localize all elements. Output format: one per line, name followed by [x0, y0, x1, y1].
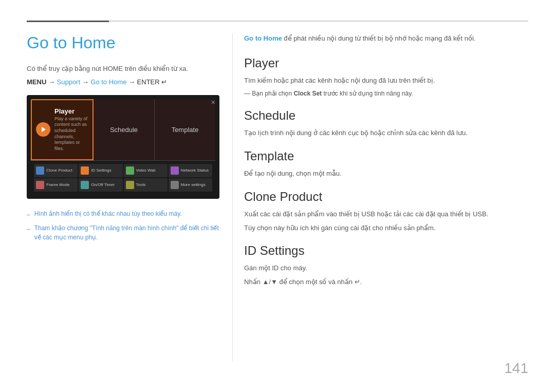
tv-grid-on-off-timer[interactable]: On/Off Timer — [79, 178, 122, 192]
note-dash-symbol: – — [27, 210, 30, 219]
tv-tab-template[interactable]: Template — [155, 99, 215, 160]
more-settings-icon — [171, 181, 179, 189]
note-1: – Hình ảnh hiển thị có thể khác nhau tùy… — [27, 209, 227, 219]
player-note: Bạn phải chọn Clock Set trước khi sử dụn… — [244, 89, 528, 98]
tv-grid-tools[interactable]: Tools — [124, 178, 168, 192]
player-body: Tìm kiếm hoặc phát các kênh hoặc nội dun… — [244, 76, 528, 86]
frame-mode-label: Frame Mode — [46, 182, 69, 188]
section-template: Template Để tạo nội dung, chọn một mẫu. — [244, 149, 528, 179]
clone-product-icon — [36, 166, 44, 175]
right-intro-text: để phát nhiều nội dung từ thiết bị bộ nh… — [284, 34, 475, 42]
tv-grid-clone-product[interactable]: Clone Product — [34, 164, 78, 177]
more-settings-label: More settings — [181, 182, 206, 188]
page-title: Go to Home — [27, 33, 227, 52]
left-column: Go to Home Có thể truy cập bằng nút HOME… — [27, 33, 227, 246]
video-wall-icon — [126, 166, 134, 175]
clone-product-heading: Clone Product — [244, 190, 528, 204]
svg-marker-0 — [42, 127, 46, 132]
clone-product-body: Xuất các cài đặt sản phẩm vào thiết bị U… — [244, 209, 528, 220]
intro-text: Có thể truy cập bằng nút HOME trên điều … — [27, 64, 227, 74]
player-sub: Play a variety of content such asschedul… — [54, 116, 88, 152]
section-id-settings: ID Settings Gán một ID cho máy. Nhấn ▲/▼… — [244, 244, 528, 288]
menu-label: MENU — [27, 78, 48, 86]
tv-grid-more-settings[interactable]: More settings — [169, 178, 212, 192]
clone-product-body2: Tùy chọn này hữu ích khi gán cùng cài đặ… — [244, 223, 528, 234]
frame-mode-icon — [36, 181, 44, 189]
tv-grid: Clone Product ID Settings Video Wall Net… — [31, 161, 215, 195]
template-label: Template — [172, 126, 199, 134]
section-player: Player Tìm kiếm hoặc phát các kênh hoặc … — [244, 56, 528, 99]
player-label: Player — [54, 107, 88, 115]
on-off-timer-label: On/Off Timer — [91, 182, 115, 188]
video-wall-label: Video Wall — [136, 168, 156, 173]
note-2-text: Tham khảo chương "Tính năng trên màn hìn… — [34, 223, 227, 242]
player-tab-content: Player Play a variety of content such as… — [54, 107, 88, 152]
section-clone-product: Clone Product Xuất các cài đặt sản phẩm … — [244, 190, 528, 234]
tv-tab-schedule[interactable]: Schedule — [94, 99, 155, 160]
player-icon — [36, 122, 50, 137]
player-heading: Player — [244, 56, 528, 70]
tools-label: Tools — [136, 182, 146, 188]
tv-tabs-row: Player Play a variety of content such as… — [31, 99, 215, 161]
schedule-label: Schedule — [110, 126, 138, 134]
id-settings-body: Gán một ID cho máy. — [244, 263, 528, 274]
template-body: Để tạo nội dung, chọn một mẫu. — [244, 169, 528, 179]
tools-icon — [126, 181, 134, 189]
right-column: Go to Home để phát nhiều nội dung từ thi… — [244, 33, 528, 298]
id-settings-heading: ID Settings — [244, 244, 528, 258]
right-intro-link: Go to Home — [244, 34, 282, 42]
tv-grid-frame-mode[interactable]: Frame Mode — [34, 178, 78, 192]
tv-screenshot: × Player Play a variety of content such … — [27, 95, 219, 199]
column-divider — [232, 33, 233, 361]
tv-grid-network-status[interactable]: Network Status — [169, 164, 212, 177]
section-schedule: Schedule Tạo lịch trình nội dung ở các k… — [244, 108, 528, 139]
id-settings-icon — [81, 166, 89, 175]
on-off-timer-icon — [81, 181, 89, 189]
note-1-text: Hình ảnh hiển thị có thể khác nhau tùy t… — [34, 209, 182, 218]
schedule-heading: Schedule — [244, 108, 528, 123]
clone-product-label: Clone Product — [46, 168, 72, 173]
top-rule-accent — [27, 21, 109, 22]
note-2: – Tham khảo chương "Tính năng trên màn h… — [27, 223, 227, 242]
schedule-body: Tạo lịch trình nội dung ở các kênh cục b… — [244, 128, 528, 139]
template-heading: Template — [244, 149, 528, 163]
menu-path-text: → Support → Go to Home → ENTER ↵ — [48, 78, 167, 86]
id-settings-label: ID Settings — [91, 168, 111, 173]
network-status-label: Network Status — [181, 168, 209, 173]
tv-grid-video-wall[interactable]: Video Wall — [124, 164, 168, 177]
note-dash-symbol-2: – — [27, 225, 30, 234]
page-number: 141 — [504, 360, 528, 377]
tv-tab-player[interactable]: Player Play a variety of content such as… — [31, 99, 94, 160]
tv-grid-id-settings[interactable]: ID Settings — [79, 164, 122, 177]
tv-inner: Player Play a variety of content such as… — [31, 99, 215, 195]
network-status-icon — [171, 166, 179, 175]
right-intro: Go to Home để phát nhiều nội dung từ thi… — [244, 33, 528, 44]
close-icon[interactable]: × — [211, 98, 215, 106]
id-settings-body2: Nhấn ▲/▼ để chọn một số và nhấn ↵. — [244, 277, 528, 288]
menu-path: MENU → Support → Go to Home → ENTER ↵ — [27, 78, 227, 86]
